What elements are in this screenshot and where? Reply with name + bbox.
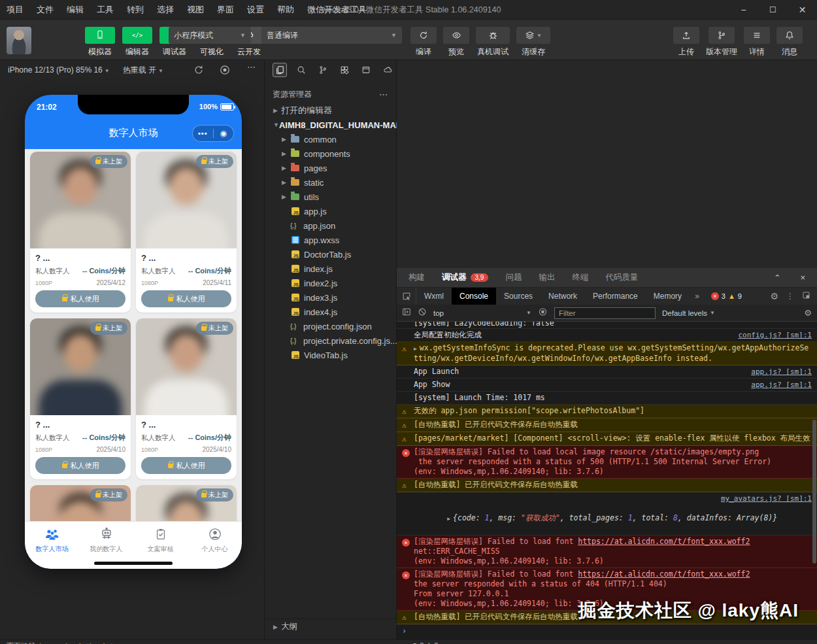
- open-editors-section[interactable]: ▶ 打开的编辑器: [265, 103, 396, 118]
- folder-components[interactable]: ▶components: [265, 146, 396, 161]
- kebab-menu-icon[interactable]: ⋮: [786, 292, 794, 301]
- project-root-folder[interactable]: ▼ AIMH8_DIGITAL_HUMAN-MAIN: [265, 118, 396, 132]
- folder-pages[interactable]: ▶pages: [265, 161, 396, 175]
- source-link[interactable]: app.js? [sm]:1: [751, 380, 812, 390]
- menu-file[interactable]: 文件: [30, 0, 60, 20]
- folder-utils[interactable]: ▶utils: [265, 190, 396, 204]
- minimize-button[interactable]: −: [729, 0, 758, 20]
- tab-build[interactable]: 构建: [408, 272, 425, 283]
- clear-console-icon[interactable]: [418, 307, 427, 319]
- folder-common[interactable]: ▶common: [265, 132, 396, 146]
- devtools-tab-sources[interactable]: Sources: [496, 288, 541, 305]
- folder-static[interactable]: ▶static: [265, 175, 396, 190]
- menu-project[interactable]: 项目: [0, 0, 30, 20]
- file-project-config-json[interactable]: {..}project.config.json: [265, 319, 396, 333]
- devtools-tab-performance[interactable]: Performance: [585, 288, 646, 305]
- font-url-link[interactable]: https://at.alicdn.com/t/font_xxx.woff2: [578, 569, 750, 579]
- devtools-tab-memory[interactable]: Memory: [646, 288, 690, 305]
- search-icon[interactable]: [294, 63, 308, 77]
- cloud-sync-icon[interactable]: [380, 63, 395, 77]
- file-index2-js[interactable]: JSindex2.js: [265, 276, 396, 290]
- private-use-button[interactable]: 私人使用: [35, 290, 125, 307]
- tab-market[interactable]: 数字人市场: [25, 522, 79, 560]
- devtools-tab-network[interactable]: Network: [541, 288, 585, 305]
- font-url-link[interactable]: https://at.alicdn.com/t/font_xxx.woff2: [578, 537, 750, 546]
- window-icon[interactable]: [359, 63, 373, 77]
- stop-icon[interactable]: [220, 65, 230, 77]
- extensions-icon[interactable]: [337, 63, 352, 77]
- user-avatar[interactable]: [7, 27, 31, 54]
- file-index3-js[interactable]: JSindex3.js: [265, 290, 396, 305]
- compile-button[interactable]: 编译: [410, 27, 437, 58]
- simulator-toggle-button[interactable]: 模拟器: [85, 27, 115, 58]
- exit-target-icon[interactable]: ◉: [214, 129, 234, 138]
- editor-toggle-button[interactable]: </> 编辑器: [122, 27, 152, 58]
- miniprogram-mode-dropdown[interactable]: 小程序模式 ▼: [169, 27, 251, 44]
- version-control-button[interactable]: 版本管理: [706, 27, 737, 58]
- menu-help[interactable]: 帮助: [271, 0, 301, 20]
- eye-filter-icon[interactable]: [538, 307, 548, 319]
- file-project-private-config[interactable]: {..}project.private.config.js...: [265, 333, 396, 348]
- source-link[interactable]: config.js? [sm]:1: [738, 330, 812, 340]
- inspect-element-icon[interactable]: [397, 288, 416, 305]
- devtools-tab-wxml[interactable]: Wxml: [416, 288, 452, 305]
- menu-view[interactable]: 视图: [180, 0, 210, 20]
- compile-mode-dropdown[interactable]: 普通编译 ▼: [261, 27, 402, 44]
- digital-human-card[interactable]: 未上架 ? ... 私人数字人-- Coins/分钟 1080P2025/4/1…: [30, 318, 131, 479]
- menu-select[interactable]: 选择: [150, 0, 180, 20]
- collapse-panel-icon[interactable]: ⌃: [774, 273, 780, 282]
- file-app-wxss[interactable]: app.wxss: [265, 233, 396, 247]
- upload-button[interactable]: 上传: [673, 27, 699, 58]
- tab-profile[interactable]: 个人中心: [188, 522, 242, 560]
- dock-side-icon[interactable]: [802, 291, 810, 301]
- tab-output[interactable]: 输出: [539, 272, 555, 283]
- outline-section[interactable]: ▶ 大纲: [265, 619, 396, 634]
- tab-problems[interactable]: 问题: [505, 272, 522, 283]
- private-use-button[interactable]: 私人使用: [141, 457, 231, 474]
- digital-human-card[interactable]: 未上架 ? ... 私人数字人-- Coins/分钟 1080P2025/4/1…: [136, 152, 237, 313]
- console-prompt[interactable]: ›: [397, 624, 817, 637]
- menu-goto[interactable]: 转到: [120, 0, 150, 20]
- source-link[interactable]: app.js? [sm]:1: [751, 367, 812, 377]
- file-videotab-js[interactable]: JSVideoTab.js: [265, 348, 396, 362]
- messages-button[interactable]: 消息: [776, 27, 803, 58]
- menu-edit[interactable]: 编辑: [60, 0, 90, 20]
- restart-icon[interactable]: [193, 65, 204, 77]
- capsule-menu[interactable]: ••• ◉: [192, 125, 234, 142]
- expand-arrow-icon[interactable]: ▶: [414, 346, 417, 352]
- settings-gear-icon[interactable]: ⚙: [770, 291, 778, 301]
- close-panel-icon[interactable]: ×: [800, 273, 805, 282]
- file-index-js[interactable]: JSindex.js: [265, 262, 396, 276]
- more-actions-icon[interactable]: ⋯: [379, 90, 388, 99]
- more-options-icon[interactable]: ⋯: [247, 62, 256, 72]
- git-branch-icon[interactable]: [316, 63, 330, 77]
- files-icon[interactable]: [273, 63, 287, 77]
- expand-arrow-icon[interactable]: ▶: [447, 516, 450, 522]
- device-selector[interactable]: iPhone 12/13 (Pro) 85% 16▼: [8, 65, 110, 75]
- tab-debugger[interactable]: 调试器3,9: [442, 272, 488, 283]
- close-button[interactable]: ✕: [788, 0, 817, 20]
- remote-debug-button[interactable]: 真机调试: [476, 27, 510, 58]
- menu-interface[interactable]: 界面: [210, 0, 241, 20]
- sidebar-toggle-icon[interactable]: [402, 307, 411, 319]
- clear-cache-button[interactable]: ▼ 清缓存: [516, 27, 550, 58]
- console-settings-icon[interactable]: ⚙: [804, 308, 812, 318]
- tab-terminal[interactable]: 终端: [572, 272, 588, 283]
- console-filter-input[interactable]: [554, 307, 656, 319]
- source-link[interactable]: my_avatars.js? [sm]:1: [721, 494, 812, 503]
- file-app-js[interactable]: JSapp.js: [265, 204, 396, 218]
- more-tabs-icon[interactable]: »: [690, 292, 705, 301]
- digital-human-card[interactable]: 未上架 ? ... 私人数字人-- Coins/分钟 1080P2025/4/1…: [30, 152, 131, 313]
- digital-human-card[interactable]: 未上架 ? ... 私人数字人-- Coins/分钟 1080P2025/4/1…: [136, 318, 237, 479]
- private-use-button[interactable]: 私人使用: [35, 457, 125, 474]
- menu-tools[interactable]: 工具: [90, 0, 120, 20]
- private-use-button[interactable]: 私人使用: [141, 290, 231, 307]
- preview-button[interactable]: 预览: [443, 27, 469, 58]
- file-app-json[interactable]: {..}app.json: [265, 218, 396, 233]
- menu-settings[interactable]: 设置: [241, 0, 271, 20]
- hot-reload-toggle[interactable]: 热重载 开▼: [123, 65, 163, 76]
- log-levels-dropdown[interactable]: Default levels ▼: [662, 309, 715, 317]
- maximize-button[interactable]: ☐: [758, 0, 788, 20]
- console-scrollbar[interactable]: [812, 420, 816, 564]
- console-issue-counts[interactable]: ×3 ▲9: [711, 292, 742, 300]
